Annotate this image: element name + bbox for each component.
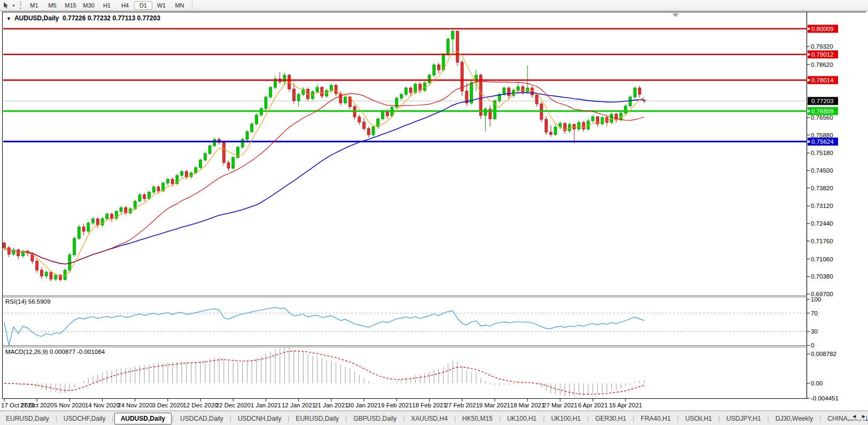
chart-tab-fra40-h1[interactable]: FRA40,H1 [635,413,677,424]
chart-tab-usoil-h1[interactable]: USOil,H1 [679,413,718,424]
candle-body [601,118,603,124]
macd-axis-label: -0.004451 [811,395,839,401]
cursor-tool-icon[interactable] [1,1,12,10]
candle-body [111,214,113,218]
candle-body [157,187,160,191]
chart-tab-usdchf-daily[interactable]: USDCHF,Daily [58,413,112,424]
price-tick-label: 0.73820 [811,185,833,191]
cursor-tool-glyph [3,2,10,9]
timeframe-button-h1[interactable]: H1 [98,1,116,10]
candle-body [185,172,188,177]
timeframe-button-m5[interactable]: M5 [43,1,61,10]
timeframe-button-d1[interactable]: D1 [134,1,152,10]
chart-tab-hk50-m15[interactable]: HK50,M15 [456,413,499,424]
candle-body [409,88,412,92]
timeframe-button-h4[interactable]: H4 [116,1,134,10]
macd-axis-label: 0.008782 [811,351,836,357]
date-tick-label: 9 Mar 2021 [479,402,510,408]
candle-body [554,127,557,135]
top-toolbar: ▼ M1M5M15M30H1H4D1W1MN [0,0,868,11]
price-badge-label: 0.75624 [811,138,834,145]
candle-body [330,86,332,91]
candle-body [339,94,342,103]
candle-body [255,115,258,124]
candle-body [40,270,43,276]
ma-line-55 [4,92,644,264]
date-axis[interactable]: 17 Oct 202027 Oct 20205 Nov 202014 Nov 2… [1,399,642,408]
horizontal-level-lines[interactable] [3,29,807,142]
candle-body [405,88,407,94]
candle-body [362,122,365,128]
chart-tab-eurusd-daily[interactable]: EURUSD,Daily [0,413,55,424]
candle-body [148,192,150,198]
pane-collapse-icon[interactable]: ▼ [6,16,11,21]
chart-shift-marker[interactable] [672,13,679,17]
date-tick-label: 15 Apr 2021 [609,402,642,408]
candle-body [199,160,202,167]
ma-line-21 [4,81,644,264]
price-tick-label: 0.76560 [811,114,833,121]
candle-body [171,179,174,183]
timeframe-button-m1[interactable]: M1 [25,1,43,10]
date-tick-label: 27 Oct 2020 [20,402,54,408]
candle-body [45,272,48,276]
candlestick-series [3,29,646,282]
candle-body [120,207,122,211]
candle-body [381,111,384,119]
timeframe-button-w1[interactable]: W1 [152,1,170,10]
macd-values: 0.000877 -0.001084 [50,349,105,355]
chart-tab-xauusd-h4[interactable]: XAUUSD,H4 [405,413,454,424]
date-tick-label: 22 Dec 2020 [216,402,251,408]
chart-tab-uk100-h1[interactable]: UK100,H1 [545,413,586,424]
chart-tab-audusd-daily[interactable]: AUDUSD,Daily [114,413,172,424]
chart-tab-dj30-weekly[interactable]: DJ30,Weekly [770,413,819,424]
candle-body [125,207,127,213]
mt4-window: { "icons": { "cursor_tool": "cursor-icon… [0,0,868,425]
rsi-pane: 10070300 [3,296,821,349]
candle-body [456,32,459,63]
date-tick-label: 21 Jan 2021 [314,402,348,408]
chart-symbol-label: AUDUSD,Daily [14,14,59,22]
date-tick-label: 6 Apr 2021 [578,402,608,408]
rsi-name: RSI(14) [5,298,27,305]
candle-body [400,95,402,98]
candle-body [96,219,99,225]
price-badge-label: 0.79012 [811,51,834,58]
chart-title: ▼AUDUSD,Daily 0.77226 0.77232 0.77113 0.… [6,14,160,22]
candle-body [447,39,449,55]
date-tick-label: 9 Feb 2021 [381,402,412,408]
toolbar-drag-handle[interactable] [20,2,21,9]
candle-body [638,88,641,94]
chart-tab-gbpusd-daily[interactable]: GBPUSD,Daily [347,413,402,424]
price-badge-label: 0.78014 [811,77,834,83]
candle-body [549,132,552,134]
macd-pane: 0.0087820.00-0.004451 [4,346,839,401]
rsi-indicator-label: RSI(14) 56.5909 [5,298,50,305]
cursor-tool-dropdown-icon[interactable]: ▼ [12,4,15,7]
candle-body [433,65,436,75]
toolbar-separator [192,1,192,10]
tab-scroll-right-icon[interactable]: ► [861,413,866,419]
chart-tab-usdcnh-daily[interactable]: USDCNH,Daily [232,413,287,424]
timeframe-button-m15[interactable]: M15 [61,1,80,10]
chart-tab-usdcad-daily[interactable]: USDCAD,Daily [174,413,229,424]
chart-tab-eurusd-daily[interactable]: EURUSD,Daily [290,413,345,424]
chart-tab-usdjpy-h1[interactable]: USDJPY,H1 [720,413,766,424]
candle-body [536,95,538,104]
timeframe-button-m30[interactable]: M30 [80,1,98,10]
tab-scroll-left-icon[interactable]: ◄ [851,413,857,419]
date-tick-label: 14 Nov 2020 [85,402,120,408]
chart-tab-ger30-h1[interactable]: GER30,H1 [590,413,632,424]
candle-body [265,97,267,109]
chart-tab-uk100-h1[interactable]: UK100,H1 [501,413,542,424]
candle-body [592,117,594,121]
chart-canvas[interactable]: 0.793200.786200.779400.765600.758800.751… [0,0,868,411]
price-tick-label: 0.71760 [811,238,833,244]
timeframe-button-mn[interactable]: MN [170,1,189,10]
candle-body [531,88,533,95]
candle-body [3,243,6,248]
date-tick-label: 27 Feb 2021 [445,402,479,408]
price-tick-label: 0.75180 [811,150,833,156]
price-tick-label: 0.78620 [811,61,833,68]
timeframe-button-group: M1M5M15M30H1H4D1W1MN [25,1,189,10]
